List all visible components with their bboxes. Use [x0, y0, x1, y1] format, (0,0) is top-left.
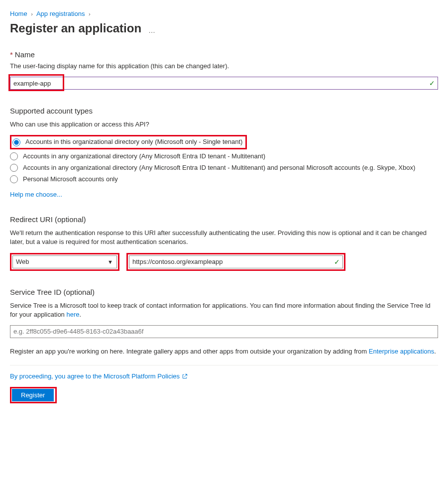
- redirect-uri-input[interactable]: [129, 255, 343, 268]
- name-label: *Name: [10, 50, 438, 59]
- redirect-uri-heading: Redirect URI (optional): [10, 215, 438, 224]
- breadcrumb: Home › App registrations ›: [10, 10, 438, 17]
- radio-single-tenant-label[interactable]: Accounts in this organizational director…: [25, 137, 242, 146]
- page-title: Register an application: [10, 21, 141, 35]
- redirect-uri-help: We'll return the authentication response…: [10, 229, 438, 246]
- radio-multitenant-personal-label[interactable]: Accounts in any organizational directory…: [23, 163, 415, 172]
- service-tree-help: Service Tree is a Microsoft tool to keep…: [10, 301, 438, 319]
- highlight-box: Web ▼: [10, 253, 119, 271]
- breadcrumb-home[interactable]: Home: [10, 10, 27, 17]
- highlight-box: ✓: [126, 253, 345, 271]
- radio-personal-only-label[interactable]: Personal Microsoft accounts only: [23, 175, 118, 184]
- help-me-choose-link[interactable]: Help me choose...: [10, 191, 62, 198]
- account-types-heading: Supported account types: [10, 107, 438, 115]
- radio-multitenant[interactable]: [10, 152, 18, 160]
- external-link-icon: [182, 373, 188, 379]
- radio-multitenant-personal[interactable]: [10, 164, 18, 172]
- enterprise-applications-link[interactable]: Enterprise applications: [369, 348, 435, 355]
- gallery-apps-note: Register an app you're working on here. …: [10, 347, 438, 356]
- name-section: *Name The user-facing display name for t…: [10, 50, 438, 90]
- account-types-section: Supported account types Who can use this…: [10, 107, 438, 198]
- name-help-text: The user-facing display name for this ap…: [10, 62, 438, 71]
- platform-select[interactable]: Web: [12, 255, 117, 268]
- account-types-radio-group: Accounts in this organizational director…: [10, 135, 438, 184]
- redirect-uri-section: Redirect URI (optional) We'll return the…: [10, 215, 438, 270]
- required-asterisk: *: [10, 50, 13, 59]
- divider: [10, 365, 438, 365]
- name-input[interactable]: [10, 77, 438, 90]
- service-tree-id-input[interactable]: [10, 325, 438, 338]
- service-tree-heading: Service Tree ID (optional): [10, 288, 438, 296]
- account-types-question: Who can use this application or access t…: [10, 120, 438, 129]
- service-tree-here-link[interactable]: here: [66, 311, 79, 318]
- highlight-box: Accounts in this organizational director…: [10, 135, 247, 149]
- platform-policies-link[interactable]: By proceeding, you agree to the Microsof…: [10, 372, 438, 380]
- highlight-box: Register: [10, 387, 57, 403]
- radio-personal-only[interactable]: [10, 175, 18, 183]
- service-tree-section: Service Tree ID (optional) Service Tree …: [10, 288, 438, 338]
- more-actions-icon[interactable]: …: [148, 26, 156, 34]
- chevron-right-icon: ›: [31, 11, 33, 17]
- radio-single-tenant[interactable]: [12, 138, 20, 146]
- chevron-right-icon: ›: [89, 11, 91, 17]
- radio-multitenant-label[interactable]: Accounts in any organizational directory…: [23, 152, 265, 161]
- breadcrumb-app-registrations[interactable]: App registrations: [36, 10, 85, 17]
- register-button[interactable]: Register: [12, 389, 54, 401]
